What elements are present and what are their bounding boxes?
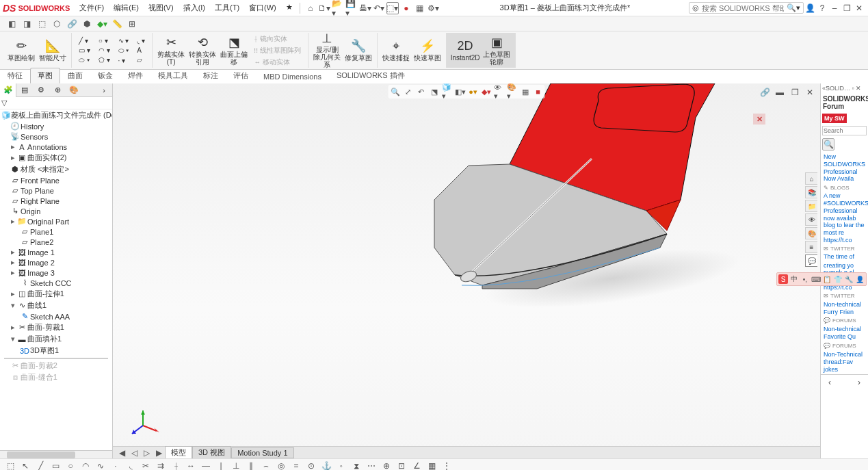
cmd-rapid-sketch[interactable]: ⚡快速草图 [413,34,442,68]
hu-orient-icon[interactable]: 🧊▾ [442,86,453,97]
tab-mbd[interactable]: MBD Dimensions [256,70,329,83]
btab-next-icon[interactable]: ▷ [140,447,153,459]
tree-origin[interactable]: ↳Origin [0,206,112,216]
vp-link-icon[interactable]: 🔗 [759,86,771,99]
sk-cursor-icon[interactable]: ↖ [19,460,31,471]
ime-user-icon[interactable]: 👤 [855,274,865,284]
btab-3dview[interactable]: 3D 视图 [192,446,231,458]
help-icon[interactable]: ? [816,2,828,14]
menu-insert[interactable]: 插入(I) [179,1,209,14]
settings-icon[interactable]: ⚙▾ [428,2,440,14]
qa-icon-5[interactable]: 🔗 [66,18,78,30]
sk-rect-icon[interactable]: ▭ [49,460,62,471]
menu-file[interactable]: 文件(F) [75,1,108,14]
sk-collinear-icon[interactable]: ⋯ [365,460,378,471]
cmd-offset-surf[interactable]: ⬔曲面上偏移 [220,34,248,68]
sk-line-icon[interactable]: ╱ [34,460,47,471]
tree-surftrim2[interactable]: ✂曲面-剪裁2 [0,360,112,371]
home-icon[interactable]: ⌂ [304,2,317,14]
tree-rightplane[interactable]: ▱Right Plane [0,196,112,206]
select-icon[interactable]: ⬚▾ [386,2,399,14]
cmd-spline[interactable]: ∿ ▾ [116,36,132,45]
tree-surftrim[interactable]: ▸✂曲面-剪裁1 [0,322,112,333]
hu-section-icon[interactable]: ⬔ [429,86,440,97]
forum-search[interactable] [822,126,867,135]
qa-icon-9[interactable]: ⊞ [126,18,138,30]
cmd-plane[interactable]: ▱ [134,55,148,64]
ime-s-icon[interactable]: S [778,274,788,284]
sk-vert-icon[interactable]: | [215,460,227,471]
hu-record-icon[interactable]: ■ [533,86,544,97]
fm-tab-property[interactable]: ▤ [16,83,33,97]
sk-point-icon[interactable]: · [109,460,122,471]
forum-link-6[interactable]: Non-technical Favorite Qu [821,324,868,342]
tab-markup[interactable]: 标注 [196,68,226,83]
hu-prev-icon[interactable]: ↶ [416,86,427,97]
cmd-repair-sketch[interactable]: 🔧修复草图 [344,34,373,68]
tree-img2[interactable]: ▸🖼Image 2 [0,257,112,267]
tp-tab-home[interactable]: ⌂ [805,172,817,185]
cmd-convert[interactable]: ⟲转换实体引用 [188,34,217,68]
cmd-circle[interactable]: ○ ▾ [96,36,113,45]
sk-coincident-icon[interactable]: ⊙ [305,460,317,471]
tree-topplane[interactable]: ▱Top Plane [0,185,112,196]
qa-icon-4[interactable]: ⬡ [51,18,63,30]
menu-view[interactable]: 视图(V) [144,1,178,14]
sk-arc-icon[interactable]: ◠ [79,460,92,471]
tab-evaluate[interactable]: 评估 [226,68,256,83]
tree-img1[interactable]: ▸🖼Image 1 [0,247,112,257]
cmd-rect[interactable]: ▭ ▾ [76,46,93,55]
sk-fillet-icon[interactable]: ◟ [124,460,137,471]
forum-link-7[interactable]: Non-Technical thread:Fav jokes [821,350,868,374]
qa-icon-2[interactable]: ◨ [21,18,33,30]
cmd-sketch[interactable]: ✏草图绘制 [7,34,36,68]
qa-icon-1[interactable]: ◧ [5,18,18,30]
qa-icon-6[interactable]: ⬢ [81,18,93,30]
ime-cn-icon[interactable]: 中 [789,274,799,284]
hu-view-icon[interactable]: ▦ [520,86,531,97]
tree-curve1[interactable]: ▾∿曲线1 [0,300,112,311]
forum-next-icon[interactable]: › [853,376,865,389]
cmd-instant2d[interactable]: 2DInstant2D [451,34,479,68]
hu-appear-icon[interactable]: 🎨▾ [507,86,518,97]
tree-sketchaaa[interactable]: ✎Sketch AAA [0,311,112,322]
tp-tab-forum[interactable]: 💬 [805,254,817,267]
hu-zoom-icon[interactable]: 🔍 [390,86,401,97]
sk-symm-icon[interactable]: ⧗ [350,460,363,471]
sk-perp-icon[interactable]: ⊥ [230,460,242,471]
hu-fit-icon[interactable]: ⤢ [403,86,414,97]
tp-tab-appear[interactable]: 🎨 [805,227,817,239]
tree-sketchccc[interactable]: ⌇Sketch CCC [0,278,112,288]
tree-history[interactable]: 🕘History [0,121,112,131]
fm-tab-dim[interactable]: ⊕ [49,83,66,97]
ime-skin-icon[interactable]: 👕 [833,274,843,284]
sk-horiz-icon[interactable]: — [200,460,212,471]
forum-link-1[interactable]: New SOLIDWORKS Professional Now Availa [821,152,868,184]
btab-model[interactable]: 模型 [165,446,192,458]
new-icon[interactable]: 🗋▾ [318,2,330,14]
sk-offset-icon[interactable]: ⇉ [155,460,167,471]
btab-prev2-icon[interactable]: ◁ [128,447,140,459]
vp-max-icon[interactable]: ❐ [789,86,801,99]
fm-tab-tree[interactable]: 🧩 [0,83,16,97]
btab-motion[interactable]: Motion Study 1 [231,447,293,458]
cmd-slot[interactable]: ⬭ ▾ [76,55,93,65]
forum-search-input[interactable] [824,127,851,134]
btab-next2-icon[interactable]: ▶ [153,447,165,459]
sk-parallel-icon[interactable]: ∥ [245,460,257,471]
minimize-icon[interactable]: – [828,2,841,14]
tree-frontplane[interactable]: ▱Front Plane [0,175,112,185]
ime-tool-icon[interactable]: 🔧 [844,274,854,284]
tp-tab-prop[interactable]: ≡ [805,241,817,253]
fm-tab-config[interactable]: ⚙ [33,83,49,97]
sk-more-icon[interactable]: ⋮ [440,460,453,471]
tree-plane1[interactable]: ▱Plane1 [0,226,112,237]
sk-dim-icon[interactable]: ↔ [185,460,197,471]
tree-3dsketch1[interactable]: 3D3D草图1 [0,345,112,356]
btab-prev-icon[interactable]: ◀ [116,447,128,459]
menu-edit[interactable]: 编辑(E) [109,1,143,14]
undo-icon[interactable]: ↶▾ [373,2,385,14]
sk-cons-icon[interactable]: ⊡ [395,460,408,471]
tree-root[interactable]: 🧊菱板上曲面练习文件完成件 (Default<< [0,109,112,121]
ime-float-bar[interactable]: S 中 •, ⌨ 📋 👕 🔧 👤 [776,272,867,286]
